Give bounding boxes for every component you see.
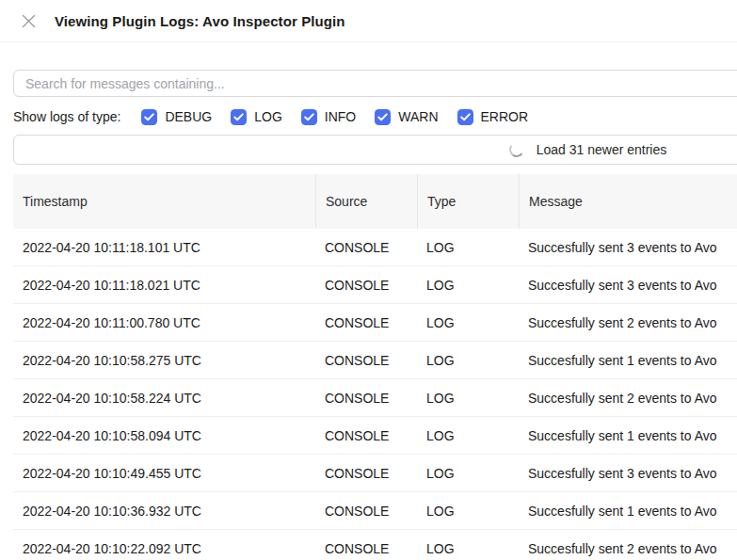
- cell-timestamp: 2022-04-20 10:11:18.101 UTC: [13, 229, 315, 265]
- table-header-row: Timestamp Source Type Message: [13, 174, 737, 229]
- table-row: 2022-04-20 10:11:18.101 UTC CONSOLE LOG …: [13, 229, 737, 266]
- column-header-timestamp: Timestamp: [13, 174, 315, 229]
- filter-row-label: Show logs of type:: [13, 109, 120, 124]
- column-header-type: Type: [417, 174, 519, 229]
- cell-type: LOG: [417, 342, 519, 378]
- cell-source: CONSOLE: [315, 417, 417, 454]
- cell-source: CONSOLE: [315, 455, 417, 491]
- plugin-logs-modal: Viewing Plugin Logs: Avo Inspector Plugi…: [0, 0, 737, 560]
- table-row: 2022-04-20 10:11:00.780 UTC CONSOLE LOG …: [13, 304, 737, 342]
- cell-timestamp: 2022-04-20 10:11:18.021 UTC: [13, 266, 315, 303]
- checkbox-checked-icon[interactable]: [301, 109, 317, 125]
- close-icon[interactable]: [20, 12, 37, 29]
- checkbox-checked-icon[interactable]: [231, 109, 247, 125]
- cell-message: Succesfully sent 2 events to Avo: [519, 304, 737, 341]
- cell-source: CONSOLE: [315, 492, 417, 529]
- modal-header: Viewing Plugin Logs: Avo Inspector Plugi…: [0, 0, 737, 42]
- checkbox-group-info[interactable]: INFO: [301, 109, 356, 125]
- checkbox-group-warn[interactable]: WARN: [375, 109, 438, 125]
- cell-source: CONSOLE: [315, 304, 417, 341]
- cell-message: Succesfully sent 3 events to Avo: [519, 455, 737, 491]
- cell-type: LOG: [417, 455, 519, 491]
- table-row: 2022-04-20 10:10:58.094 UTC CONSOLE LOG …: [13, 417, 737, 455]
- table-row: 2022-04-20 10:10:58.275 UTC CONSOLE LOG …: [13, 342, 737, 379]
- cell-timestamp: 2022-04-20 10:10:36.932 UTC: [13, 492, 315, 529]
- table-row: 2022-04-20 10:10:36.932 UTC CONSOLE LOG …: [13, 492, 737, 530]
- cell-type: LOG: [417, 530, 519, 560]
- cell-type: LOG: [417, 304, 519, 341]
- column-header-source: Source: [315, 174, 417, 229]
- checkbox-label-debug: DEBUG: [165, 109, 212, 124]
- cell-message: Succesfully sent 3 events to Avo: [519, 266, 737, 303]
- checkbox-label-info: INFO: [325, 109, 356, 124]
- checkbox-group-log[interactable]: LOG: [231, 109, 282, 125]
- cell-source: CONSOLE: [315, 266, 417, 303]
- log-table: Timestamp Source Type Message 2022-04-20…: [13, 174, 737, 560]
- log-type-filter-row: Show logs of type: DEBUG LOG INFO WARN: [13, 108, 737, 125]
- table-row: 2022-04-20 10:10:49.455 UTC CONSOLE LOG …: [13, 455, 737, 492]
- cell-message: Succesfully sent 1 events to Avo: [519, 342, 737, 378]
- cell-source: CONSOLE: [315, 342, 417, 378]
- cell-message: Succesfully sent 1 events to Avo: [519, 417, 737, 454]
- cell-message: Succesfully sent 1 events to Avo: [519, 492, 737, 529]
- cell-message: Succesfully sent 2 events to Avo: [519, 379, 737, 416]
- cell-type: LOG: [417, 266, 519, 303]
- column-header-message: Message: [519, 174, 737, 229]
- loading-spinner-icon: [508, 141, 525, 158]
- search-input[interactable]: [13, 70, 737, 97]
- cell-timestamp: 2022-04-20 10:10:58.275 UTC: [13, 342, 315, 378]
- checkbox-label-error: ERROR: [481, 109, 529, 124]
- cell-timestamp: 2022-04-20 10:10:58.224 UTC: [13, 379, 315, 416]
- cell-source: CONSOLE: [315, 229, 417, 265]
- load-newer-entries-button[interactable]: Load 31 newer entries: [13, 135, 737, 165]
- load-button-label: Load 31 newer entries: [537, 142, 667, 157]
- table-row: 2022-04-20 10:10:22.092 UTC CONSOLE LOG …: [13, 530, 737, 560]
- cell-type: LOG: [417, 379, 519, 416]
- cell-source: CONSOLE: [315, 530, 417, 560]
- checkbox-group-error[interactable]: ERROR: [457, 109, 529, 125]
- cell-timestamp: 2022-04-20 10:10:58.094 UTC: [13, 417, 315, 454]
- checkbox-label-log: LOG: [254, 109, 282, 124]
- cell-type: LOG: [417, 417, 519, 454]
- checkbox-checked-icon[interactable]: [457, 109, 473, 125]
- checkbox-checked-icon[interactable]: [375, 109, 391, 125]
- checkbox-label-warn: WARN: [398, 109, 438, 124]
- cell-message: Succesfully sent 3 events to Avo: [519, 229, 737, 265]
- modal-title: Viewing Plugin Logs: Avo Inspector Plugi…: [55, 13, 345, 29]
- table-row: 2022-04-20 10:10:58.224 UTC CONSOLE LOG …: [13, 379, 737, 417]
- cell-message: Succesfully sent 2 events to Avo: [519, 530, 737, 560]
- cell-type: LOG: [417, 229, 519, 265]
- cell-timestamp: 2022-04-20 10:10:22.092 UTC: [13, 530, 315, 560]
- checkbox-group-debug[interactable]: DEBUG: [141, 109, 212, 125]
- checkbox-checked-icon[interactable]: [141, 109, 157, 125]
- cell-source: CONSOLE: [315, 379, 417, 416]
- cell-type: LOG: [417, 492, 519, 529]
- cell-timestamp: 2022-04-20 10:10:49.455 UTC: [13, 455, 315, 491]
- table-row: 2022-04-20 10:11:18.021 UTC CONSOLE LOG …: [13, 266, 737, 304]
- cell-timestamp: 2022-04-20 10:11:00.780 UTC: [13, 304, 315, 341]
